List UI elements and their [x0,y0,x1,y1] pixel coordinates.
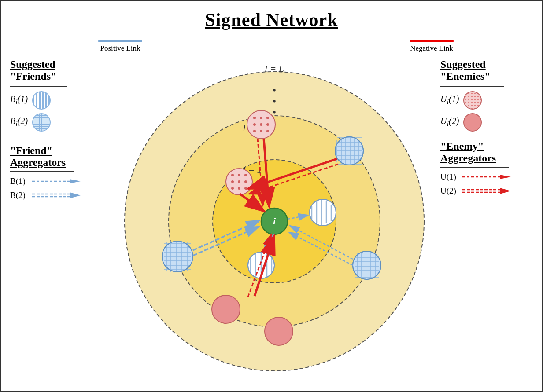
friends-section: Suggested "Friends" Bi(1) Bi(2) [10,59,98,132]
svg-text:i: i [273,216,276,227]
b2-agg-arrow [32,191,81,200]
b2-node [32,113,51,132]
friend-aggregators-section: "Friend" Aggregators B(1) B(2) [10,145,98,200]
svg-point-88 [212,295,240,323]
b1-node [32,91,51,110]
left-panel: Suggested "Friends" Bi(1) Bi(2) "Friend" [10,59,98,205]
svg-point-51 [260,117,262,119]
svg-point-32 [231,187,234,190]
network-diagram: l = L • • • l = 2 l = 1 i [89,50,459,384]
u1-agg-arrow [462,173,511,181]
svg-text:•: • [273,84,276,96]
b2-agg-row: B(2) [10,191,98,200]
svg-point-30 [238,180,240,183]
svg-point-41 [310,199,336,226]
svg-marker-4 [70,192,81,198]
svg-point-33 [238,187,240,190]
svg-point-58 [266,130,269,132]
svg-point-87 [162,241,193,272]
u2-node [463,113,482,132]
b1-agg-arrow [32,177,81,185]
page-title: Signed Network [1,1,542,35]
svg-point-54 [260,123,262,126]
b1-agg-row: B(1) [10,176,98,186]
b2-row: Bi(2) [10,113,98,132]
friends-title: Suggested "Friends" [10,59,98,82]
svg-text:•: • [273,106,276,118]
svg-point-53 [253,123,256,126]
svg-marker-1 [70,179,81,183]
svg-marker-6 [500,175,511,179]
svg-text:•: • [273,95,276,107]
svg-point-56 [253,130,256,132]
friend-agg-title: "Friend" Aggregators [10,145,98,169]
u2-agg-arrow [462,187,511,195]
b1-label: Bi(1) [10,94,28,106]
svg-point-57 [260,130,262,132]
u1-node [463,91,482,110]
svg-point-34 [244,187,247,190]
svg-point-52 [266,117,269,119]
svg-point-55 [266,123,269,126]
svg-point-29 [231,180,234,183]
svg-point-89 [265,317,293,345]
main-container: Signed Network Positive Link Negative Li… [0,0,543,392]
b1-agg-label: B(1) [10,176,28,186]
svg-point-28 [244,174,247,176]
b2-agg-label: B(2) [10,191,28,200]
b2-label: Bi(2) [10,116,28,128]
svg-point-103 [353,251,381,279]
svg-marker-9 [500,188,511,194]
svg-point-50 [253,117,256,119]
svg-point-73 [335,137,363,165]
svg-point-31 [244,180,247,183]
svg-point-27 [238,174,240,176]
b1-row: Bi(1) [10,91,98,110]
svg-point-26 [231,174,234,176]
svg-text:l = L: l = L [265,63,284,74]
negative-link-line [410,40,454,42]
positive-link-line [98,40,142,42]
